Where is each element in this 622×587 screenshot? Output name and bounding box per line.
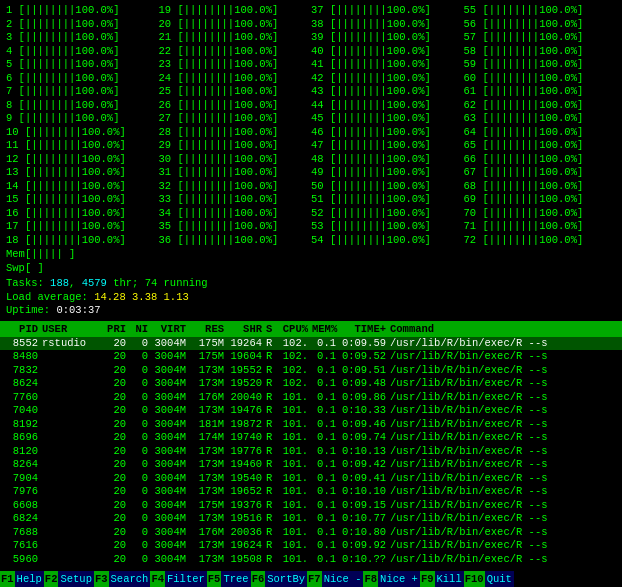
proc-time: 0:09.46 [340, 418, 390, 432]
table-row[interactable]: 8552 rstudio 20 0 3004M 175M 19264 R 102… [0, 337, 622, 351]
proc-user [42, 526, 102, 540]
fn-key-F9[interactable]: F9Kill [420, 571, 464, 587]
proc-cpu: 101. [280, 404, 312, 418]
cpu-row-53: 53 [||||||||100.0%] [311, 220, 464, 234]
fn-key-F6[interactable]: F6SortBy [251, 571, 307, 587]
fn-key-F8[interactable]: F8Nice + [363, 571, 419, 587]
cpu-row-24: 24 [||||||||100.0%] [159, 72, 312, 86]
table-row[interactable]: 8120 20 0 3004M 173M 19776 R 101. 0.1 0:… [0, 445, 622, 459]
fn-key-F2[interactable]: F2Setup [44, 571, 94, 587]
proc-ni: 0 [130, 485, 152, 499]
cpu-row-2: 2 [||||||||100.0%] [6, 18, 159, 32]
table-row[interactable]: 8696 20 0 3004M 174M 19740 R 101. 0.1 0:… [0, 431, 622, 445]
cpu-row-38: 38 [||||||||100.0%] [311, 18, 464, 32]
proc-pid: 7760 [4, 391, 42, 405]
table-row[interactable]: 8192 20 0 3004M 181M 19872 R 101. 0.1 0:… [0, 418, 622, 432]
cpu-row-3: 3 [||||||||100.0%] [6, 31, 159, 45]
table-row[interactable]: 7832 20 0 3004M 173M 19552 R 102. 0.1 0:… [0, 364, 622, 378]
cpu-row-44: 44 [||||||||100.0%] [311, 99, 464, 113]
table-row[interactable]: 6824 20 0 3004M 173M 19516 R 101. 0.1 0:… [0, 512, 622, 526]
cpu-row-41: 41 [||||||||100.0%] [311, 58, 464, 72]
proc-shr: 19476 [228, 404, 266, 418]
fn-key-F7[interactable]: F7Nice - [307, 571, 363, 587]
cpu-row-16: 16 [||||||||100.0%] [6, 207, 159, 221]
cpu-row-68: 68 [||||||||100.0%] [464, 180, 617, 194]
cpu-row-32: 32 [||||||||100.0%] [159, 180, 312, 194]
proc-ni: 0 [130, 539, 152, 553]
fn-key-F10[interactable]: F10Quit [464, 571, 514, 587]
proc-pid: 8624 [4, 377, 42, 391]
fn-key-F5[interactable]: F5Tree [207, 571, 251, 587]
proc-cmd: /usr/lib/R/bin/exec/R --s [390, 391, 618, 405]
table-row[interactable]: 8624 20 0 3004M 173M 19520 R 102. 0.1 0:… [0, 377, 622, 391]
cpu-row-25: 25 [||||||||100.0%] [159, 85, 312, 99]
cpu-row-11: 11 [||||||||100.0%] [6, 139, 159, 153]
table-row[interactable]: 7760 20 0 3004M 176M 20040 R 101. 0.1 0:… [0, 391, 622, 405]
proc-ni: 0 [130, 404, 152, 418]
proc-s: R [266, 472, 280, 486]
proc-time: 0:09.86 [340, 391, 390, 405]
fn-number-F2: F2 [44, 571, 59, 587]
proc-ni: 0 [130, 391, 152, 405]
proc-cpu: 101. [280, 431, 312, 445]
cpu-row-39: 39 [||||||||100.0%] [311, 31, 464, 45]
proc-cmd: /usr/lib/R/bin/exec/R --s [390, 472, 618, 486]
cpu-row-33: 33 [||||||||100.0%] [159, 193, 312, 207]
table-row[interactable]: 7976 20 0 3004M 173M 19652 R 101. 0.1 0:… [0, 485, 622, 499]
proc-ni: 0 [130, 526, 152, 540]
proc-s: R [266, 350, 280, 364]
proc-user [42, 418, 102, 432]
proc-pri: 20 [102, 337, 130, 351]
cpu-row-64: 64 [||||||||100.0%] [464, 126, 617, 140]
table-row[interactable]: 7688 20 0 3004M 176M 20036 R 101. 0.1 0:… [0, 526, 622, 540]
proc-res: 176M [190, 526, 228, 540]
fn-key-F3[interactable]: F3Search [94, 571, 150, 587]
proc-shr: 19264 [228, 337, 266, 351]
proc-cmd: /usr/lib/R/bin/exec/R --s [390, 337, 618, 351]
cpu-row-36: 36 [||||||||100.0%] [159, 234, 312, 248]
cpu-row-63: 63 [||||||||100.0%] [464, 112, 617, 126]
proc-shr: 19652 [228, 485, 266, 499]
proc-s: R [266, 553, 280, 567]
proc-ni: 0 [130, 337, 152, 351]
table-row[interactable]: 7040 20 0 3004M 173M 19476 R 101. 0.1 0:… [0, 404, 622, 418]
proc-s: R [266, 539, 280, 553]
proc-ni: 0 [130, 350, 152, 364]
fn-number-F3: F3 [94, 571, 109, 587]
proc-s: R [266, 418, 280, 432]
table-row[interactable]: 7616 20 0 3004M 173M 19624 R 101. 0.1 0:… [0, 539, 622, 553]
cpu-row-71: 71 [||||||||100.0%] [464, 220, 617, 234]
proc-s: R [266, 404, 280, 418]
proc-time: 0:09.42 [340, 458, 390, 472]
proc-user [42, 539, 102, 553]
proc-mem: 0.1 [312, 485, 340, 499]
proc-virt: 3004M [152, 445, 190, 459]
proc-virt: 3004M [152, 512, 190, 526]
proc-ni: 0 [130, 512, 152, 526]
fn-label-F8: Nice + [378, 571, 420, 587]
proc-res: 173M [190, 404, 228, 418]
proc-res: 173M [190, 553, 228, 567]
table-row[interactable]: 8264 20 0 3004M 173M 19460 R 101. 0.1 0:… [0, 458, 622, 472]
cpu-row-48: 48 [||||||||100.0%] [311, 153, 464, 167]
proc-cmd: /usr/lib/R/bin/exec/R --s [390, 553, 618, 567]
fn-key-F1[interactable]: F1Help [0, 571, 44, 587]
proc-cmd: /usr/lib/R/bin/exec/R --s [390, 418, 618, 432]
proc-cpu: 101. [280, 485, 312, 499]
cpu-row-8: 8 [||||||||100.0%] [6, 99, 159, 113]
fn-number-F1: F1 [0, 571, 15, 587]
cpu-row-29: 29 [||||||||100.0%] [159, 139, 312, 153]
fn-label-F7: Nice - [322, 571, 364, 587]
fn-key-F4[interactable]: F4Filter [150, 571, 206, 587]
table-row[interactable]: 8480 20 0 3004M 175M 19604 R 102. 0.1 0:… [0, 350, 622, 364]
proc-user [42, 472, 102, 486]
table-row[interactable]: 5960 20 0 3004M 173M 19508 R 101. 0.1 0:… [0, 553, 622, 567]
proc-s: R [266, 526, 280, 540]
fn-label-F4: Filter [165, 571, 207, 587]
proc-pid: 7976 [4, 485, 42, 499]
swp-line: Swp[ ] [6, 262, 616, 276]
table-row[interactable]: 7904 20 0 3004M 173M 19540 R 101. 0.1 0:… [0, 472, 622, 486]
proc-pri: 20 [102, 526, 130, 540]
proc-virt: 3004M [152, 553, 190, 567]
table-row[interactable]: 6608 20 0 3004M 175M 19376 R 101. 0.1 0:… [0, 499, 622, 513]
